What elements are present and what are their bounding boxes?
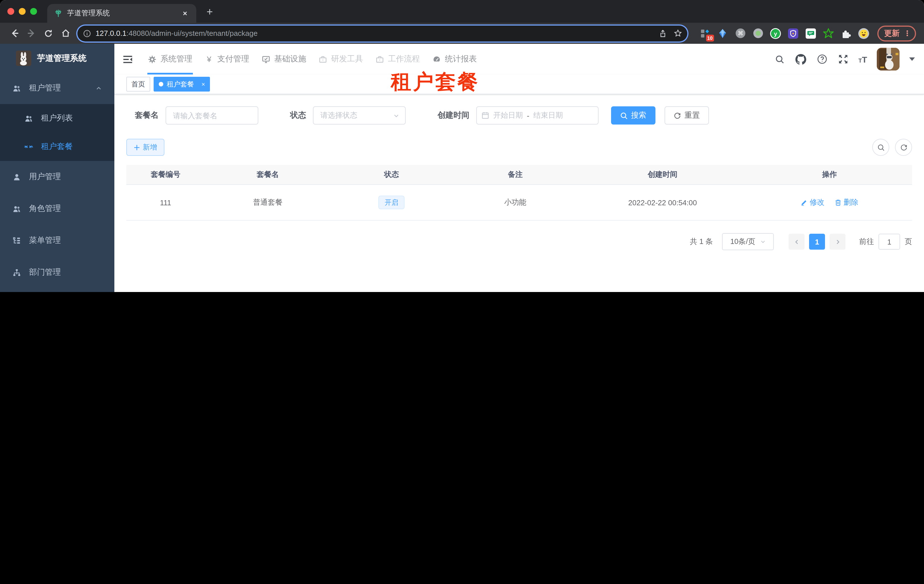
- nav-item-payment[interactable]: ¥ 支付管理: [198, 44, 256, 74]
- purple-shield-extension-icon[interactable]: [787, 28, 799, 39]
- page-content: 套餐名 状态 请选择状态 创建时间 开始日期: [114, 94, 924, 292]
- browser-window: 芋道管理系统 × + 127.0.0.1:48080/admin-ui/syst…: [0, 0, 924, 292]
- address-bar[interactable]: 127.0.0.1:48080/admin-ui/system/tenant/p…: [78, 25, 687, 41]
- tags-view: 首页 租户套餐 × 租户套餐: [114, 74, 924, 94]
- search-icon[interactable]: [774, 53, 785, 65]
- edit-link[interactable]: 修改: [800, 197, 825, 207]
- monitor-check-icon: [262, 55, 270, 63]
- avatar[interactable]: [877, 48, 899, 71]
- back-icon[interactable]: [6, 25, 23, 42]
- puzzle-extension-icon[interactable]: [840, 28, 852, 39]
- prev-page-icon[interactable]: [789, 234, 805, 250]
- fullscreen-icon[interactable]: [837, 53, 849, 65]
- show-search-toggle-icon[interactable]: [872, 139, 889, 156]
- start-date-placeholder: 开始日期: [493, 110, 523, 120]
- col-remark: 备注: [452, 169, 578, 180]
- delete-link[interactable]: 删除: [835, 197, 858, 207]
- close-window-button[interactable]: [7, 8, 14, 15]
- nav-item-system[interactable]: 系统管理: [142, 44, 198, 74]
- help-icon[interactable]: [816, 53, 828, 65]
- green-chat-extension-icon[interactable]: [805, 28, 817, 39]
- home-icon[interactable]: [57, 25, 74, 42]
- green-star-extension-icon[interactable]: [823, 28, 834, 39]
- gear-icon: [148, 55, 157, 63]
- briefcase-icon: [376, 55, 384, 63]
- blue-gem-extension-icon[interactable]: [717, 28, 728, 39]
- update-label: 更新: [884, 28, 899, 38]
- svg-text:⌘: ⌘: [738, 30, 743, 37]
- nav-item-label: 研发工具: [331, 54, 363, 64]
- status-select[interactable]: 请选择状态: [313, 106, 406, 125]
- collapse-sidebar-icon[interactable]: [121, 53, 134, 66]
- tab-close-icon[interactable]: ×: [181, 9, 190, 18]
- active-dot: [159, 82, 163, 86]
- forward-icon[interactable]: [23, 25, 40, 42]
- tag-tenant-package[interactable]: 租户套餐 ×: [153, 77, 210, 92]
- sidebar-submenu-tenant: 租户列表 租户套餐: [0, 104, 114, 161]
- avatar-caret-icon[interactable]: [909, 58, 915, 61]
- sidebar-item-tenant-list[interactable]: 租户列表: [0, 104, 114, 133]
- zoom-window-button[interactable]: [30, 8, 37, 15]
- col-package-name: 套餐名: [205, 169, 330, 180]
- tab-manager-extension-icon[interactable]: 10: [699, 28, 711, 39]
- package-name-input[interactable]: [165, 106, 258, 125]
- reload-icon[interactable]: [40, 25, 57, 42]
- col-status: 状态: [330, 169, 452, 180]
- browser-tab-strip: 芋道管理系统 × +: [0, 0, 924, 23]
- cell-actions: 修改 删除: [747, 197, 912, 207]
- table-header: 套餐编号 套餐名 状态 备注 创建时间 操作: [126, 165, 912, 185]
- page-size-select[interactable]: 10条/页: [722, 233, 774, 250]
- goto-label: 前往: [859, 237, 874, 247]
- nav-item-label: 系统管理: [160, 54, 192, 64]
- favicon-sprout-icon: [54, 9, 63, 18]
- green-y-extension-icon[interactable]: y: [770, 28, 781, 39]
- date-range-picker[interactable]: 开始日期 - 结束日期: [476, 106, 599, 125]
- github-icon[interactable]: [795, 53, 807, 65]
- pagination: 共 1 条 10条/页 1 前往 页: [126, 233, 912, 250]
- logo-rabbit-image: [16, 50, 31, 66]
- sidebar-item-role-management[interactable]: 角色管理: [0, 193, 114, 225]
- browser-menu-icon[interactable]: ⋮: [904, 29, 911, 38]
- sidebar-logo: 芋道管理系统: [0, 44, 114, 72]
- command-circle-extension-icon[interactable]: ⌘: [734, 28, 746, 39]
- font-size-icon[interactable]: TT: [858, 54, 867, 64]
- sidebar-item-tenant-package[interactable]: 租户套餐: [0, 133, 114, 161]
- reset-button[interactable]: 重置: [665, 106, 709, 125]
- sidebar-item-user-management[interactable]: 用户管理: [0, 161, 114, 193]
- search-button[interactable]: 搜索: [611, 106, 655, 125]
- dashboard-icon: [432, 55, 441, 63]
- page-title: 租户套餐: [391, 72, 480, 92]
- new-tab-button[interactable]: +: [206, 6, 213, 18]
- refresh-table-icon[interactable]: [895, 139, 912, 156]
- tag-home[interactable]: 首页: [126, 77, 150, 92]
- nav-item-infrastructure[interactable]: 基础设施: [256, 44, 312, 74]
- chrome-update-button[interactable]: 更新 ⋮: [877, 25, 916, 41]
- site-info-icon[interactable]: [83, 29, 91, 37]
- sidebar-item-post-management[interactable]: 岗位管理: [0, 288, 114, 292]
- sidebar-item-tenant-management[interactable]: 租户管理: [0, 72, 114, 104]
- col-created: 创建时间: [578, 169, 747, 180]
- sidebar-item-menu-management[interactable]: 菜单管理: [0, 225, 114, 257]
- users-icon: [12, 204, 21, 213]
- current-page[interactable]: 1: [809, 234, 825, 250]
- sidebar-item-label: 租户管理: [29, 83, 61, 93]
- main-area: 系统管理 ¥ 支付管理 基础设施 研发工具: [114, 44, 924, 292]
- package-table: 套餐编号 套餐名 状态 备注 创建时间 操作 111 普通套餐 开启 小功能 2…: [126, 165, 912, 220]
- nav-item-dev-tools[interactable]: 研发工具: [312, 44, 369, 74]
- tab-title: 芋道管理系统: [67, 8, 181, 18]
- next-page-icon[interactable]: [830, 234, 845, 250]
- browser-tab[interactable]: 芋道管理系统 ×: [47, 4, 196, 23]
- record-circle-extension-icon[interactable]: [752, 28, 764, 39]
- minimize-window-button[interactable]: [19, 8, 26, 15]
- extension-row: 10 ⌘ y: [699, 28, 870, 39]
- add-button[interactable]: 新增: [126, 139, 165, 156]
- sidebar-item-department-management[interactable]: 部门管理: [0, 257, 114, 288]
- bookmark-star-icon[interactable]: [670, 26, 685, 41]
- tag-close-icon[interactable]: ×: [201, 81, 205, 87]
- smiley-extension-icon[interactable]: [858, 28, 870, 39]
- goto-page-input[interactable]: [878, 234, 900, 250]
- share-icon[interactable]: [655, 26, 670, 41]
- briefcase-icon: [318, 55, 327, 63]
- nav-item-label: 基础设施: [274, 54, 306, 64]
- cell-created: 2022-02-22 00:54:00: [578, 198, 747, 207]
